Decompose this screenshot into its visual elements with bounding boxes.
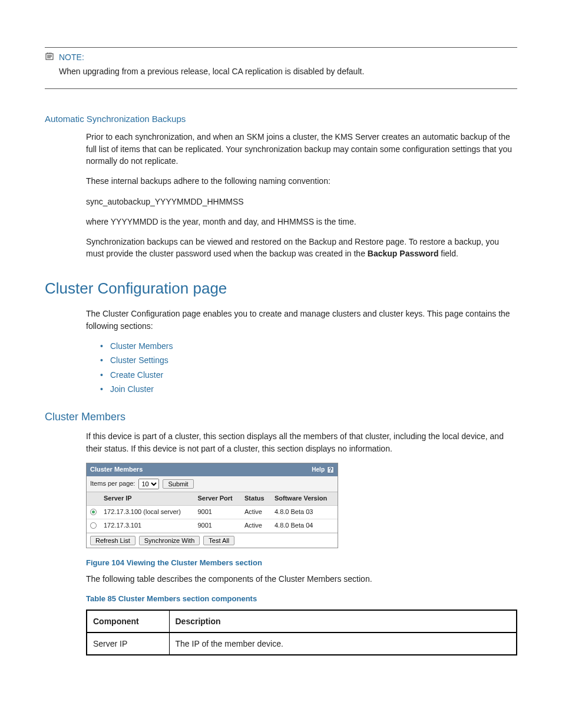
link-cluster-settings[interactable]: Cluster Settings (110, 355, 168, 365)
para-autosync-1: Prior to each synchronization, and when … (86, 131, 517, 167)
table-row[interactable]: 172.17.3.100 (local server) 9001 Active … (87, 505, 338, 519)
row-radio[interactable] (90, 522, 97, 529)
para5-c: field. (438, 249, 458, 258)
cell-ver: 4.8.0 Beta 03 (271, 505, 338, 519)
heading-cluster-config: Cluster Configuration page (45, 278, 517, 300)
components-head-description: Description (169, 610, 517, 633)
para-cluster-intro: The Cluster Configuration page enables y… (86, 308, 517, 332)
figure-caption: Figure 104 Viewing the Cluster Members s… (86, 558, 517, 569)
components-head-component: Component (87, 610, 169, 633)
heading-cluster-members: Cluster Members (45, 409, 517, 424)
cell-ver: 4.8.0 Beta 04 (271, 519, 338, 532)
components-row: Server IP The IP of the member device. (87, 633, 517, 655)
panel-help[interactable]: Help ? (312, 466, 334, 475)
para-autosync-3: sync_autobackup_YYYYMMDD_HHMMSS (86, 196, 517, 207)
col-software-version[interactable]: Software Version (271, 492, 338, 505)
table-row[interactable]: 172.17.3.101 9001 Active 4.8.0 Beta 04 (87, 519, 338, 532)
col-status[interactable]: Status (241, 492, 271, 505)
cell-status: Active (241, 505, 271, 519)
note-body: When upgrading from a previous release, … (45, 65, 517, 77)
cell-port: 9001 (194, 519, 241, 532)
components-cell-description: The IP of the member device. (169, 633, 517, 655)
note-box: NOTE: When upgrading from a previous rel… (45, 47, 517, 89)
col-radio (87, 492, 100, 505)
note-icon (45, 51, 54, 63)
help-icon: ? (327, 466, 334, 473)
link-join-cluster[interactable]: Join Cluster (110, 384, 154, 394)
panel-title-text: Cluster Members (90, 465, 143, 475)
members-table: Server IP Server Port Status Software Ve… (87, 492, 338, 533)
table-caption: Table 85 Cluster Members section compone… (86, 594, 517, 605)
para-autosync-2: These internal backups adhere to the fol… (86, 175, 517, 187)
para5-b: Backup Password (368, 249, 439, 258)
link-create-cluster[interactable]: Create Cluster (110, 370, 163, 380)
items-per-page-select[interactable]: 10 (138, 479, 159, 489)
para-autosync-5: Synchronization backups can be viewed an… (86, 236, 517, 260)
note-label: NOTE: (59, 51, 84, 63)
col-server-port[interactable]: Server Port (194, 492, 241, 505)
refresh-list-button[interactable]: Refresh List (90, 536, 135, 545)
cell-port: 9001 (194, 505, 241, 519)
panel-help-label: Help (312, 466, 325, 475)
synchronize-with-button[interactable]: Synchronize With (139, 536, 200, 545)
panel-titlebar: Cluster Members Help ? (87, 463, 338, 476)
link-cluster-members[interactable]: Cluster Members (110, 341, 173, 351)
items-per-page-label: Items per page: (90, 479, 135, 489)
para-after-figure: The following table describes the compon… (86, 573, 517, 585)
cell-status: Active (241, 519, 271, 532)
col-server-ip[interactable]: Server IP (100, 492, 194, 505)
row-radio[interactable] (90, 509, 97, 515)
para-autosync-4: where YYYYMMDD is the year, month and da… (86, 216, 517, 228)
heading-autosync: Automatic Synchronization Backups (45, 113, 517, 126)
cluster-members-panel: Cluster Members Help ? Items per page: 1… (86, 463, 338, 548)
cluster-links-list: Cluster Members Cluster Settings Create … (86, 340, 517, 395)
submit-button[interactable]: Submit (163, 479, 193, 489)
test-all-button[interactable]: Test All (203, 536, 234, 545)
panel-footer: Refresh List Synchronize With Test All (87, 533, 338, 548)
components-cell-component: Server IP (87, 633, 169, 655)
cell-ip: 172.17.3.100 (local server) (100, 505, 194, 519)
para-members-intro: If this device is part of a cluster, thi… (86, 430, 517, 454)
components-table: Component Description Server IP The IP o… (86, 610, 517, 656)
cell-ip: 172.17.3.101 (100, 519, 194, 532)
panel-toolbar: Items per page: 10 Submit (87, 476, 338, 492)
